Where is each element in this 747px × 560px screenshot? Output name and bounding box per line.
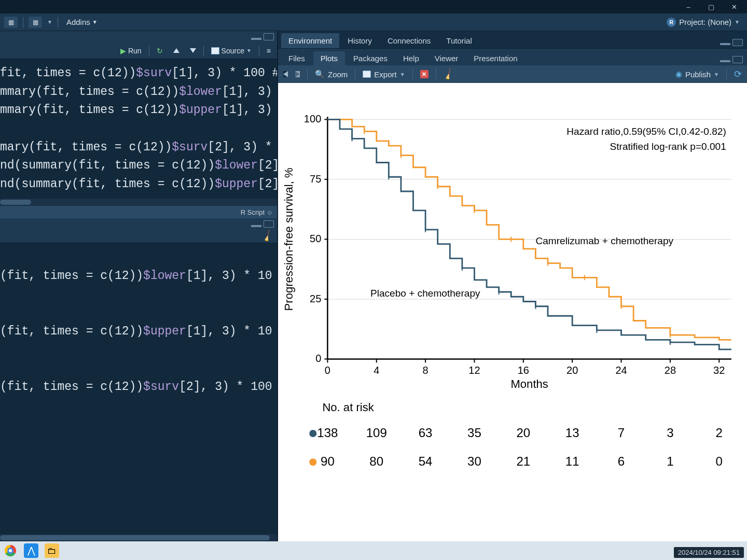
arrow-up-icon [173,48,179,53]
go-up-button[interactable] [170,47,183,54]
svg-point-69 [309,458,316,466]
window-close-button[interactable]: ✕ [723,0,745,13]
export-label: Export [374,70,396,79]
tab-help[interactable]: Help [396,51,426,65]
svg-text:Months: Months [510,377,548,390]
tab-presentation[interactable]: Presentation [466,51,524,65]
svg-text:80: 80 [369,454,383,468]
source-language-label[interactable]: R Script [241,208,265,216]
separator [412,69,413,79]
tab-viewer[interactable]: Viewer [427,51,466,65]
source-editor[interactable]: fit, times = c(12))$surv[1], 3) * 100 # … [0,59,277,199]
pane-minimize-icon[interactable] [251,225,261,227]
plot-next-button[interactable] [295,71,300,77]
svg-text:11: 11 [565,454,579,468]
tab-files[interactable]: Files [281,51,312,65]
broom-icon: 🧹 [441,67,455,81]
svg-text:Camrelizumab + chemotherapy: Camrelizumab + chemotherapy [535,235,673,246]
pane-maximize-icon[interactable] [732,56,743,63]
source-pane-header [0,31,277,43]
taskbar-clock: 2024/10/24 09:21:51 [674,547,744,558]
caret-down-icon: ▼ [246,48,252,53]
plot-prev-button[interactable] [283,71,288,77]
svg-text:7: 7 [618,426,625,440]
main-toolbar: ▦ ▦ ▼ Addins ▼ R Project: (None) ▼ [0,13,747,31]
project-label: Project: (None) [679,18,731,26]
svg-text:75: 75 [310,173,321,185]
pane-maximize-icon[interactable] [264,33,274,40]
source-status-bar: R Script ◇ [0,206,277,218]
project-menu[interactable]: R Project: (None) ▼ [663,17,743,28]
go-down-button[interactable] [187,47,199,54]
arrow-down-icon [190,48,196,53]
svg-text:109: 109 [366,426,387,440]
plot-remove-button[interactable]: ✕ [420,70,428,78]
rerun-button[interactable]: ↻ [154,46,166,56]
svg-text:24: 24 [615,365,627,376]
svg-text:32: 32 [713,365,725,376]
svg-text:35: 35 [467,426,481,440]
tab-environment[interactable]: Environment [281,33,339,48]
pane-maximize-icon[interactable] [732,39,743,46]
svg-text:No. at risk: No. at risk [322,401,374,414]
pane-minimize-icon[interactable] [720,60,730,62]
toolbar-icon-grid[interactable]: ▦ [29,17,42,28]
console-toolbar: 🧹 [0,230,277,243]
svg-text:100: 100 [304,113,322,124]
magnifier-icon: 🔍 [315,69,325,79]
toolbar-icon-a[interactable]: ▦ [4,17,18,28]
source-toolbar: ▶ Run ↻ Source ▼ ≡ [0,43,277,59]
tab-history[interactable]: History [340,33,379,48]
separator [355,69,355,79]
plot-clear-button[interactable]: 🧹 [444,69,454,79]
chrome-icon[interactable] [3,543,18,558]
source-h-scrollbar[interactable] [0,199,277,206]
svg-text:0: 0 [716,454,723,468]
os-taskbar: ⋀ 🗀 2024/10/24 09:21:51 [0,541,747,560]
tab-packages[interactable]: Packages [346,51,395,65]
clear-console-icon[interactable]: 🧹 [261,230,275,243]
caret-down-icon: ▼ [47,19,52,25]
bottom-right-tabs: FilesPlotsPackagesHelpViewerPresentation [278,49,747,65]
pane-maximize-icon[interactable] [264,220,274,228]
separator [436,69,436,79]
separator [58,17,58,27]
svg-text:21: 21 [516,454,530,468]
svg-text:54: 54 [419,454,433,468]
source-label: Source [222,47,244,55]
svg-text:25: 25 [310,293,321,304]
pane-minimize-icon[interactable] [251,38,261,40]
pane-minimize-icon[interactable] [720,43,730,45]
arrow-left-icon [283,71,288,77]
plot-publish-button[interactable]: ◉ Publish ▼ [675,69,719,79]
console-h-scrollbar[interactable] [0,534,277,541]
window-titlebar: – ▢ ✕ [0,0,747,13]
separator [259,46,259,56]
r-logo-icon: R [667,18,676,27]
run-button[interactable]: ▶ Run [117,46,145,56]
file-explorer-icon[interactable]: 🗀 [45,543,59,558]
window-minimize-button[interactable]: – [677,0,699,13]
caret-down-icon: ▼ [92,19,98,25]
outline-button[interactable]: ≡ [264,46,274,56]
separator [149,46,149,56]
play-icon: ▶ [120,47,126,55]
app-icon-blue[interactable]: ⋀ [24,543,38,558]
window-maximize-button[interactable]: ▢ [700,0,722,13]
tab-tutorial[interactable]: Tutorial [439,33,479,48]
svg-text:12: 12 [468,365,480,376]
plot-zoom-button[interactable]: 🔍 Zoom [315,69,348,79]
plot-export-button[interactable]: Export ▼ [363,70,405,79]
tab-plots[interactable]: Plots [313,51,345,65]
tab-connections[interactable]: Connections [380,33,438,48]
source-button[interactable]: Source ▼ [208,46,255,56]
refresh-icon[interactable]: ⟳ [734,68,742,80]
console-output[interactable]: (fit, times = c(12))$lower[1], 3) * 10 (… [0,243,277,534]
svg-text:Progression-free survival, %: Progression-free survival, % [282,167,295,311]
publish-label: Publish [685,70,711,79]
svg-text:1: 1 [667,454,673,468]
addins-menu[interactable]: Addins ▼ [63,17,101,27]
console-pane-header [0,218,277,230]
caret-up-down-icon: ◇ [268,209,272,215]
plot-area: 0255075100048121620242832MonthsProgressi… [278,83,747,541]
